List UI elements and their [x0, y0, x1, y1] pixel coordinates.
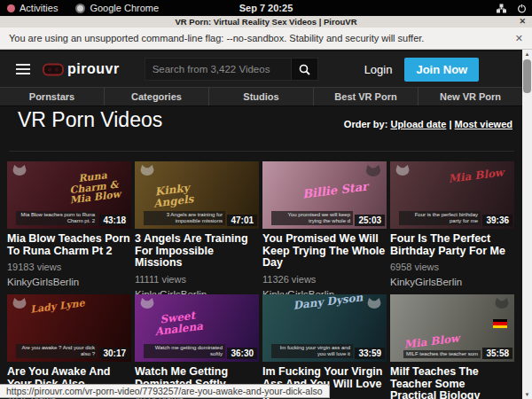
page-scrollbar[interactable]: ▲ ▼ [522, 50, 532, 399]
video-title-link[interactable]: Milf Teaches The Teacher Some Practical … [390, 366, 514, 399]
video-card: Kinky Angels 3 Angels are training for i… [135, 161, 259, 291]
order-by-most-viewed-link[interactable]: Most viewed [455, 119, 512, 129]
logo-text: pirouvr [67, 61, 120, 77]
search-input[interactable] [145, 58, 292, 81]
video-thumbnail[interactable]: Billie Star You promised we will keep tr… [262, 161, 387, 229]
thumbnail-caption: Are you awake ? And your dick also ? [16, 344, 98, 358]
video-duration-badge: 30:17 [99, 348, 129, 359]
window-close-button[interactable]: ✕ [519, 17, 526, 26]
video-thumbnail[interactable]: Dany Dyson Im fucking your virgin ass an… [262, 294, 387, 362]
heading-divider [9, 151, 514, 152]
thumbnail-caption: 3 Angels are training for impossible mis… [144, 211, 225, 225]
menu-toggle-icon[interactable] [16, 61, 30, 77]
scrollbar-thumb[interactable] [523, 59, 531, 93]
search-button[interactable] [292, 58, 318, 81]
menu-item-pornstars[interactable]: Pornstars [0, 88, 104, 106]
video-views: 11111 views [135, 274, 259, 285]
scrollbar-up-arrow[interactable]: ▲ [522, 50, 532, 59]
video-studio-link[interactable]: KinkyGirlsBerlin [390, 277, 514, 287]
video-title-link[interactable]: Four Is The Perfect Birthday Party For M… [390, 233, 514, 257]
video-duration-badge: 35:58 [482, 348, 512, 359]
thumbnail-overlay-title: Billie Star [299, 180, 371, 200]
order-by-upload-date-link[interactable]: Upload date [390, 119, 446, 129]
studio-cat-logo-icon [11, 297, 28, 312]
video-duration-badge: 33:59 [355, 348, 385, 359]
video-title-link[interactable]: You Promised We Will Keep Trying The Who… [262, 233, 387, 270]
login-link[interactable]: Login [364, 63, 393, 76]
video-title-link[interactable]: 3 Angels Are Training For Impossible Mis… [135, 233, 259, 270]
video-duration-badge: 39:36 [482, 215, 512, 226]
menu-item-categories[interactable]: Categories [104, 88, 208, 106]
search-icon [299, 64, 310, 75]
video-views: 6958 views [390, 262, 514, 272]
main-menu: Pornstars Categories Studios Best VR Por… [0, 87, 522, 106]
scrollbar-down-arrow[interactable]: ▼ [522, 390, 532, 399]
screen: Activities Google Chrome Sep 7 20:25 VR … [0, 0, 532, 399]
web-page: pirouvr Login Join Now Pornstars Categor… [0, 50, 532, 399]
studio-cat-logo-icon [138, 297, 156, 312]
studio-cat-logo-icon [394, 164, 411, 179]
page-title: VR Porn Videos [18, 108, 162, 132]
thumbnail-overlay-title: Mia Blow [394, 332, 471, 352]
studio-cat-logo-icon [365, 297, 383, 312]
video-thumbnail[interactable]: Kinky Angels 3 Angels are training for i… [135, 161, 259, 229]
video-card: Mia Blow MILF teaches the teacher som 35… [390, 294, 514, 399]
studio-cat-logo-icon [364, 164, 383, 180]
german-flag-icon [493, 319, 507, 328]
video-duration-badge: 25:03 [355, 215, 385, 226]
video-thumbnail[interactable]: Mia Blow MILF teaches the teacher som 35… [390, 294, 514, 362]
site-header: pirouvr Login Join Now [0, 51, 522, 87]
order-by: Order by: Upload date | Most viewed [344, 119, 512, 129]
video-thumbnail[interactable]: Lady Lyne Are you awake ? And your dick … [7, 294, 131, 362]
video-duration-badge: 47:01 [227, 215, 257, 226]
video-title-link[interactable]: Mia Blow Teaches Porn To Runa Charm Pt 2 [7, 233, 131, 257]
studio-cat-logo-icon [493, 297, 511, 312]
video-thumbnail[interactable]: Sweet Analena Watch me getting dominated… [135, 294, 259, 362]
vr-goggles-icon [43, 63, 64, 76]
thumbnail-caption: Im fucking your virgin ass and you will … [271, 344, 353, 358]
video-card: Billie Star You promised we will keep tr… [262, 161, 387, 291]
studio-cat-logo-icon [138, 164, 156, 179]
video-grid: Runa Charm & Mia Blow Mia Blow teaches p… [7, 161, 514, 399]
thumbnail-caption: Mia Blow teaches porn to Runa Charm pt. … [16, 211, 98, 225]
join-now-button[interactable]: Join Now [404, 58, 479, 82]
video-card: Mia Blow Four is the perfect birthday pa… [390, 161, 514, 291]
chrome-infobar: You are using an unsupported command-lin… [0, 27, 532, 50]
network-icon[interactable] [497, 4, 506, 13]
order-by-separator: | [449, 119, 451, 129]
video-thumbnail[interactable]: Mia Blow Four is the perfect birthday pa… [390, 161, 514, 229]
video-duration-badge: 43:18 [99, 215, 129, 226]
infobar-message: You are using an unsupported command-lin… [9, 33, 424, 43]
site-logo[interactable]: pirouvr [43, 61, 120, 77]
video-duration-badge: 36:30 [227, 348, 257, 359]
menu-item-best-vr-porn[interactable]: Best VR Porn [313, 88, 418, 106]
thumbnail-overlay-title: Dany Dyson [293, 294, 364, 311]
video-views: 11326 views [262, 274, 387, 285]
video-card: Runa Charm & Mia Blow Mia Blow teaches p… [7, 161, 131, 291]
menu-item-studios[interactable]: Studios [208, 88, 313, 106]
thumbnail-caption: Watch me getting dominated softly [144, 344, 225, 358]
thumbnail-overlay-title: Lady Lyne [28, 298, 88, 316]
video-studio-link[interactable]: KinkyGirlsBerlin [7, 277, 131, 287]
window-title-bar: VR Porn: Virtual Reality Sex Videos | Pi… [0, 16, 532, 27]
thumbnail-overlay-title: Mia Blow [444, 167, 507, 185]
studio-cat-logo-icon [11, 164, 28, 179]
video-thumbnail[interactable]: Runa Charm & Mia Blow Mia Blow teaches p… [7, 161, 131, 229]
power-icon[interactable] [517, 4, 527, 13]
thumbnail-overlay-title: Runa Charm & Mia Blow [60, 168, 128, 207]
system-clock[interactable]: Sep 7 20:25 [0, 3, 532, 13]
thumbnail-overlay-title: Kinky Angels [141, 181, 206, 211]
thumbnail-caption: You promised we will keep trying the who… [271, 211, 353, 225]
video-views: 19183 views [7, 262, 131, 272]
thumbnail-caption: MILF teaches the teacher som [403, 350, 481, 358]
system-top-bar: Activities Google Chrome Sep 7 20:25 [0, 0, 532, 16]
thumbnail-caption: Four is the perfect birthday party for m… [399, 211, 481, 225]
window-title: VR Porn: Virtual Reality Sex Videos | Pi… [175, 17, 356, 27]
infobar-close-button[interactable]: ✕ [515, 33, 523, 44]
link-preview-statusbar: https://pirouvr.com/vr-porn-video/779325… [0, 384, 330, 398]
thumbnail-overlay-title: Sweet Analena [143, 308, 214, 339]
menu-item-new-vr-porn[interactable]: New VR Porn [418, 88, 522, 106]
order-by-label: Order by: [344, 119, 388, 129]
